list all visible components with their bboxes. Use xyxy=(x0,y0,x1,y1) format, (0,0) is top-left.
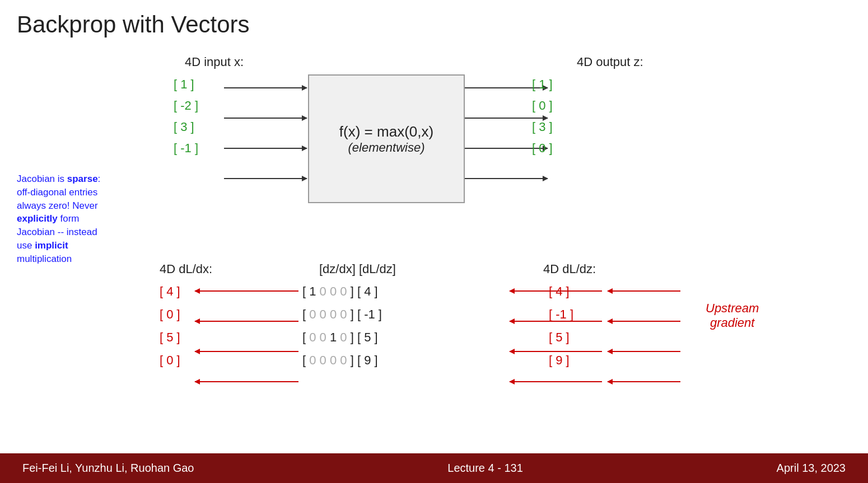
j3-2: 0 xyxy=(320,330,326,344)
dLdx-val-1: [ 4 ] xyxy=(160,284,180,299)
sparse-word: sparse xyxy=(67,173,98,184)
dLdx-val-4: [ 0 ] xyxy=(160,353,180,368)
dLdz-val-2: [ -1 ] xyxy=(549,307,573,322)
j1-3: 0 xyxy=(330,284,337,298)
arrow-back-4 xyxy=(195,381,298,382)
arrow-back-3 xyxy=(195,351,298,352)
input-val-1: [ 1 ] xyxy=(174,77,198,92)
j1-4: 0 xyxy=(340,284,347,298)
jacobian-row-2: [ 0 0 0 0 ] [ -1 ] xyxy=(302,307,382,322)
j2-2: 0 xyxy=(320,307,326,321)
diagram-area: 4D input x: 4D output z: [ 1 ] [ -2 ] [ … xyxy=(129,49,857,452)
main-area: Jacobian is sparse: off-diagonal entries… xyxy=(17,49,851,452)
slide-title: Backprop with Vectors xyxy=(17,11,851,38)
arrow-in-3 xyxy=(224,148,307,149)
input-val-3: [ 3 ] xyxy=(174,120,198,134)
jacobian-row-1: [ 1 0 0 0 ] [ 4 ] xyxy=(302,284,382,299)
jacobian-vector: [ 1 0 0 0 ] [ 4 ] [ 0 0 0 0 ] [ -1 ] [ 0… xyxy=(302,284,382,368)
label-dLdx: 4D dL/dx: xyxy=(160,262,212,276)
dLdz-vector: [ 4 ] [ -1 ] [ 5 ] [ 9 ] xyxy=(549,284,573,368)
upstream-gradient-label: Upstream gradient xyxy=(706,301,759,330)
arrow-out-4 xyxy=(465,178,548,179)
j3-3: 1 xyxy=(330,330,337,344)
jv2: -1 xyxy=(364,307,375,321)
footer-date: April 13, 2023 xyxy=(777,462,846,475)
annotation-line4: explicitly form xyxy=(17,213,80,224)
jv3: 5 xyxy=(364,330,371,344)
jacobian-row-3: [ 0 0 1 0 ] [ 5 ] xyxy=(302,330,382,345)
annotation-line3: always zero! Never xyxy=(17,200,98,211)
arrow-in-2 xyxy=(224,118,307,119)
arrow-upstream-2 xyxy=(608,321,680,322)
arrow-back-1 xyxy=(195,290,298,292)
input-vector: [ 1 ] [ -2 ] [ 3 ] [ -1 ] xyxy=(174,77,198,156)
j4-4: 0 xyxy=(340,353,347,367)
function-box: f(x) = max(0,x) (elementwise) xyxy=(308,74,465,203)
output-val-1: [ 1 ] xyxy=(532,77,553,92)
arrow-back-2 xyxy=(195,321,298,322)
label-4d-input: 4D input x: xyxy=(185,55,244,69)
implicit-word: implicit xyxy=(35,240,68,251)
output-vector: [ 1 ] [ 0 ] [ 3 ] [ 0 ] xyxy=(532,77,553,156)
j4-1: 0 xyxy=(309,353,316,367)
jv1: 4 xyxy=(364,284,371,298)
left-annotation: Jacobian is sparse: off-diagonal entries… xyxy=(17,172,123,266)
output-val-3: [ 3 ] xyxy=(532,120,553,134)
dLdx-val-2: [ 0 ] xyxy=(160,307,180,322)
input-val-2: [ -2 ] xyxy=(174,99,198,113)
j2-4: 0 xyxy=(340,307,347,321)
arrow-in-4 xyxy=(224,178,307,179)
arrow-back-jac-4 xyxy=(510,381,602,382)
footer-lecture: Lecture 4 - 131 xyxy=(447,462,523,475)
annotation-line6: use implicit xyxy=(17,240,68,251)
output-val-4: [ 0 ] xyxy=(532,141,553,156)
output-val-2: [ 0 ] xyxy=(532,99,553,113)
upstream-line1: Upstream xyxy=(706,301,759,315)
annotation-line1: Jacobian is sparse: xyxy=(17,173,100,184)
arrow-upstream-1 xyxy=(608,290,680,292)
j1-1: 1 xyxy=(309,284,316,298)
j2-1: 0 xyxy=(309,307,316,321)
annotation-line5: Jacobian -- instead xyxy=(17,227,97,237)
j4-2: 0 xyxy=(320,353,326,367)
footer-authors: Fei-Fei Li, Yunzhu Li, Ruohan Gao xyxy=(22,462,194,475)
label-4d-output: 4D output z: xyxy=(577,55,643,69)
slide-content: Backprop with Vectors Jacobian is sparse… xyxy=(0,0,868,453)
label-jacobian: [dz/dx] [dL/dz] xyxy=(319,262,396,276)
label-dLdz: 4D dL/dz: xyxy=(543,262,596,276)
function-text: f(x) = max(0,x) xyxy=(339,123,433,140)
footer: Fei-Fei Li, Yunzhu Li, Ruohan Gao Lectur… xyxy=(0,453,868,483)
jv4: 9 xyxy=(364,353,371,367)
arrow-upstream-3 xyxy=(608,351,680,352)
dLdz-val-3: [ 5 ] xyxy=(549,330,573,345)
upstream-line2: gradient xyxy=(710,316,755,330)
function-subtext: (elementwise) xyxy=(348,140,425,155)
arrow-in-1 xyxy=(224,87,307,88)
j3-1: 0 xyxy=(309,330,316,344)
dLdx-val-3: [ 5 ] xyxy=(160,330,180,345)
j3-4: 0 xyxy=(340,330,347,344)
dLdz-val-1: [ 4 ] xyxy=(549,284,573,299)
dLdx-vector: [ 4 ] [ 0 ] [ 5 ] [ 0 ] xyxy=(160,284,180,368)
input-val-4: [ -1 ] xyxy=(174,141,198,156)
explicitly-word: explicitly xyxy=(17,213,58,224)
dLdz-val-4: [ 9 ] xyxy=(549,353,573,368)
j4-3: 0 xyxy=(330,353,337,367)
arrow-upstream-4 xyxy=(608,381,680,382)
j2-3: 0 xyxy=(330,307,337,321)
annotation-line7: multiplication xyxy=(17,254,72,264)
jacobian-row-4: [ 0 0 0 0 ] [ 9 ] xyxy=(302,353,382,368)
annotation-line2: off-diagonal entries xyxy=(17,187,97,198)
j1-2: 0 xyxy=(320,284,326,298)
